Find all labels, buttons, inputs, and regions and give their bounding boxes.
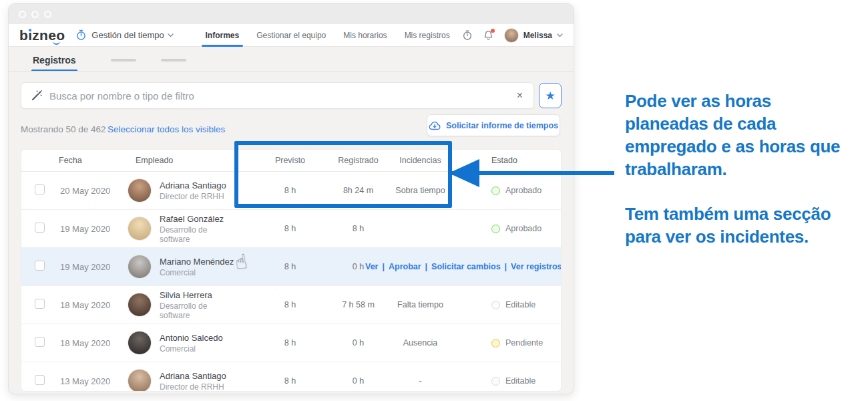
row-status: Editable [450,300,553,309]
row-action-link[interactable]: Aprobar [389,262,421,271]
row-planned-hours: 8 h [240,376,310,386]
status-label: Aprobado [505,224,541,233]
col-fecha: Fecha [56,156,126,165]
chevron-down-icon[interactable] [168,33,174,37]
row-status: Editable [450,376,553,386]
annotation-paragraph-2: Tem também uma secção para ver os incide… [625,203,848,248]
row-date: 19 May 2020 [56,262,126,272]
employee-avatar [128,178,152,203]
col-registrado: Registrado [310,156,380,165]
employee-role: Director de RRHH [160,192,226,201]
row-planned-hours: 8 h [240,262,310,271]
action-separator: | [505,262,507,271]
main-nav: Informes Gestionar el equipo Mis horario… [206,24,450,47]
table-header-row: Fecha Empleado Previsto Registrado Incid… [21,150,561,172]
row-status: Aprobado [450,186,553,195]
tab-skeleton [161,59,186,61]
table-row[interactable]: 18 May 2020 Antonio Salcedo Comercial 8 … [21,324,561,362]
employee-name: Antonio Salcedo [160,333,223,343]
marketing-screenshot: bizneo Gestión del tiempo Informes Gesti… [0,0,868,401]
employee-avatar [128,293,152,317]
annotation-arrow-head [449,159,479,187]
row-recorded-hours: 7 h 58 m [310,300,380,309]
col-incidencias: Incidencias [380,156,450,165]
row-employee: Antonio Salcedo Comercial [126,331,240,355]
row-checkbox[interactable] [35,375,45,385]
status-label: Pendiente [505,338,543,348]
row-employee: Adriana Santiago Director de RRHH [126,369,240,392]
employee-role: Director de RRHH [160,382,226,392]
row-incident: Sobra tiempo [380,186,450,195]
status-dot-icon [491,339,500,348]
tab-registros[interactable]: Registros [33,55,76,65]
row-employee: Silvia Herrera Desarrollo de software [126,290,240,320]
table-row[interactable]: 19 May 2020 Rafael González Desarrollo d… [21,210,561,248]
table-row[interactable]: 18 May 2020 Silvia Herrera Desarrollo de… [21,286,561,324]
row-status: Aprobado [450,224,553,233]
row-recorded-hours: 8h 24 m [310,186,380,195]
row-action-link[interactable]: Ver [365,262,378,271]
window-control-minimize[interactable] [31,11,39,18]
row-action-link[interactable]: Solicitar cambios [431,262,501,271]
action-separator: | [382,262,385,271]
clock-icon[interactable] [462,30,473,41]
request-report-label: Solicitar informe de tiempos [446,121,558,130]
table-row[interactable]: 19 May 2020 Mariano Menéndez Comercial 8… [21,248,561,286]
row-recorded-hours: 0 h [310,338,380,348]
status-dot-icon [491,377,500,386]
tab-skeleton [111,59,136,61]
user-name: Melissa [523,31,552,40]
browser-window: bizneo Gestión del tiempo Informes Gesti… [8,3,574,394]
notifications-bell-icon[interactable] [483,30,493,41]
employee-name: Mariano Menéndez [160,257,234,267]
favorite-filter-button[interactable]: ★ [539,83,562,108]
row-incident: Ausencia [380,338,450,348]
window-control-maximize[interactable] [44,11,51,18]
user-avatar [504,28,519,43]
row-date: 18 May 2020 [56,300,126,310]
status-label: Editable [505,300,535,309]
row-checkbox[interactable] [35,261,45,271]
nav-item-mis-registros[interactable]: Mis registros [405,24,450,47]
nav-item-mis-horarios[interactable]: Mis horarios [343,24,387,47]
nav-item-informes[interactable]: Informes [206,24,240,47]
row-status: Pendiente [450,338,553,348]
row-checkbox[interactable] [35,184,45,194]
product-name[interactable]: Gestión del tiempo [91,30,164,40]
row-employee: Mariano Menéndez Comercial [126,255,240,279]
employee-name: Silvia Herrera [160,290,240,300]
row-date: 20 May 2020 [56,186,126,196]
clear-search-icon[interactable]: × [515,90,524,101]
bizneo-logo[interactable]: bizneo [19,28,65,42]
header-icons: Melissa [462,28,563,43]
col-previsto: Previsto [240,156,310,165]
results-count: Mostrando 50 de 462 [21,124,106,134]
table-body: 20 May 2020 Adriana Santiago Director de… [21,172,561,392]
row-checkbox[interactable] [35,299,45,309]
status-dot-icon [491,225,500,233]
request-report-button[interactable]: Solicitar informe de tiempos [427,114,560,136]
employee-name: Rafael González [160,214,240,224]
chevron-down-icon [557,33,563,37]
stopwatch-icon [75,29,87,41]
employee-name: Adriana Santiago [160,180,226,190]
filter-search-box: × [21,82,534,109]
user-menu[interactable]: Melissa [504,28,563,43]
employee-role: Desarrollo de software [160,225,240,244]
nav-item-gestionar-equipo[interactable]: Gestionar el equipo [256,24,326,47]
row-employee: Rafael González Desarrollo de software [126,214,240,244]
row-planned-hours: 8 h [240,338,310,348]
select-all-link[interactable]: Seleccionar todos los visibles [107,124,225,134]
row-action-link[interactable]: Ver registros [511,262,562,271]
notification-badge [491,29,495,33]
row-checkbox[interactable] [35,223,45,233]
table-row[interactable]: 13 May 2020 Adriana Santiago Director de… [21,362,561,392]
col-empleado: Empleado [126,156,240,165]
row-checkbox[interactable] [35,337,45,347]
row-planned-hours: 8 h [240,186,310,195]
status-dot-icon [491,186,500,195]
table-row[interactable]: 20 May 2020 Adriana Santiago Director de… [21,172,561,210]
window-titlebar [9,4,574,24]
search-input[interactable] [49,90,509,102]
window-control-close[interactable] [19,11,26,18]
